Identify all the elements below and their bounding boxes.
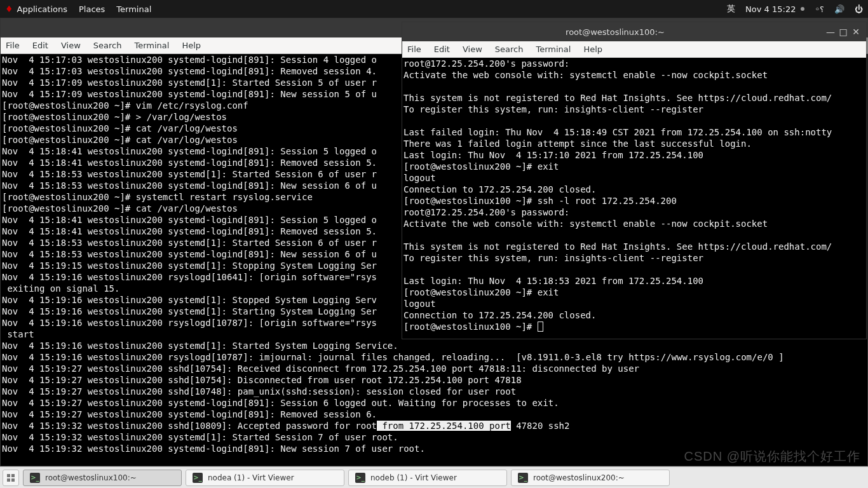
terminal-menu[interactable]: Terminal (116, 4, 151, 14)
svg-rect-0 (7, 474, 10, 477)
minimize-button[interactable]: — (824, 27, 837, 37)
network-icon[interactable]: ◦⸮ (815, 4, 824, 14)
volume-icon[interactable]: 🔊 (834, 4, 844, 14)
terminal-icon: >_ (30, 473, 40, 483)
menu-file[interactable]: File (6, 41, 20, 50)
power-icon[interactable]: ⏻ (855, 4, 863, 14)
clock[interactable]: Nov 4 15:22 (745, 4, 804, 14)
menu-terminal-f[interactable]: Terminal (536, 44, 571, 54)
show-desktop-button[interactable] (3, 470, 19, 486)
menu-terminal[interactable]: Terminal (134, 41, 169, 50)
menu-file-f[interactable]: File (407, 44, 421, 54)
terminal-window-front[interactable]: root@westoslinux100:~ — □ ✕ File Edit Vi… (402, 22, 867, 339)
taskbar-item-label: root@westoslinux100:~ (45, 473, 137, 482)
menu-edit[interactable]: Edit (32, 41, 48, 50)
gnome-top-panel: ♦ Applications Places Terminal 英 Nov 4 1… (0, 0, 868, 18)
menu-edit-f[interactable]: Edit (434, 44, 450, 54)
terminal-icon: >_ (193, 473, 203, 483)
terminal-icon: >_ (518, 473, 528, 483)
taskbar-item-2[interactable]: >_nodeb (1) - Virt Viewer (348, 470, 507, 486)
maximize-button[interactable]: □ (837, 27, 850, 37)
menubar-front: File Edit View Search Terminal Help (402, 41, 866, 58)
titlebar-front-title: root@westoslinux100:~ (406, 27, 824, 37)
menu-view-f[interactable]: View (463, 44, 482, 54)
ime-indicator[interactable]: 英 (727, 3, 735, 15)
redhat-icon: ♦ (5, 4, 13, 14)
menu-search-f[interactable]: Search (495, 44, 524, 54)
menu-help-f[interactable]: Help (583, 44, 602, 54)
taskbar-item-label: nodeb (1) - Virt Viewer (370, 473, 457, 482)
terminal-body-front[interactable]: root@172.25.254.200's password: Activate… (402, 58, 866, 339)
menu-view[interactable]: View (61, 41, 81, 50)
taskbar-item-3[interactable]: >_root@westoslinux200:~ (511, 470, 670, 486)
places-menu[interactable]: Places (79, 4, 105, 14)
bottom-taskbar: >_root@westoslinux100:~>_nodea (1) - Vir… (0, 466, 868, 488)
taskbar-item-1[interactable]: >_nodea (1) - Virt Viewer (186, 470, 344, 486)
menu-help[interactable]: Help (182, 41, 201, 50)
taskbar-item-0[interactable]: >_root@westoslinux100:~ (23, 470, 182, 486)
svg-rect-2 (7, 478, 10, 482)
taskbar-item-label: nodea (1) - Virt Viewer (208, 473, 294, 482)
applications-menu[interactable]: Applications (17, 4, 67, 14)
svg-rect-1 (11, 474, 15, 477)
terminal-icon: >_ (355, 473, 365, 483)
titlebar-front[interactable]: root@westoslinux100:~ — □ ✕ (402, 22, 866, 41)
menu-search[interactable]: Search (93, 41, 122, 50)
close-button[interactable]: ✕ (850, 27, 862, 37)
svg-rect-3 (11, 478, 15, 482)
taskbar-item-label: root@westoslinux200:~ (533, 473, 625, 482)
